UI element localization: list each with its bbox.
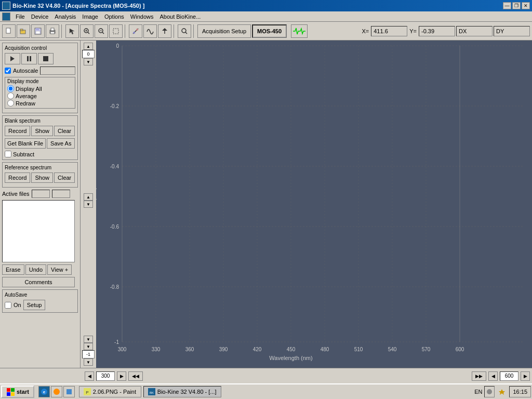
minimize-button[interactable]: — — [503, 2, 511, 9]
get-blank-file-button[interactable]: Get Blank File — [5, 138, 46, 149]
nav-fast-right-button[interactable]: ▶▶ — [472, 371, 486, 381]
y-scroll-down-top[interactable]: ▼ — [84, 58, 93, 65]
svg-text:540: 540 — [388, 347, 397, 352]
mos-450-button[interactable]: MOS-450 — [252, 24, 287, 38]
redraw-label: Redraw — [16, 100, 35, 107]
y-top-input[interactable]: 0 — [82, 50, 95, 58]
autosave-setup-button[interactable]: Setup — [23, 300, 46, 310]
toolbar-measure[interactable] — [129, 24, 142, 38]
y-scroll-down-bot[interactable]: ▼ — [84, 336, 93, 343]
quicklaunch-3[interactable] — [63, 386, 75, 397]
nav-end-left-button[interactable]: ◀ — [488, 371, 498, 381]
active-files-box2 — [52, 190, 70, 198]
autosave-on-label: On — [14, 302, 21, 308]
pause-button[interactable] — [21, 53, 37, 64]
radio-average[interactable] — [7, 92, 14, 99]
nav-start-input[interactable] — [96, 371, 115, 381]
toolbar-magnify[interactable] — [178, 24, 191, 38]
signal-button[interactable] — [291, 24, 308, 38]
svg-rect-68 — [7, 392, 10, 396]
comments-button[interactable]: Comments — [2, 277, 75, 287]
active-files-box1 — [32, 190, 50, 198]
stop-button[interactable] — [38, 53, 54, 64]
toolbar-save[interactable] — [31, 24, 45, 38]
autoscale-value-box — [40, 66, 75, 75]
nav-end-input[interactable] — [500, 371, 518, 381]
close-button[interactable]: ✕ — [522, 2, 530, 9]
svg-line-25 — [185, 32, 187, 34]
restore-button[interactable]: ❐ — [512, 2, 521, 9]
svg-point-78 — [487, 389, 492, 394]
toolbar-zoom[interactable] — [80, 24, 94, 38]
save-as-button[interactable]: Save As — [47, 138, 75, 149]
undo-button[interactable]: Undo — [25, 264, 46, 275]
quicklaunch-2[interactable] — [51, 386, 62, 397]
nav-left-button[interactable]: ◀ — [85, 371, 94, 381]
acquisition-control-group: Acquisition control Autoscale Display mo… — [2, 43, 78, 113]
menu-bar: File Device Analysis Image Options Windo… — [0, 11, 532, 22]
toolbar-open[interactable] — [17, 24, 30, 38]
erase-button[interactable]: Erase — [2, 264, 24, 275]
radio-display-all[interactable] — [7, 85, 14, 92]
menu-windows[interactable]: Windows — [127, 11, 157, 21]
toolbar-select[interactable] — [109, 24, 123, 38]
start-label: start — [17, 389, 29, 395]
y-scroll-up-mid[interactable]: ▲ — [84, 193, 93, 201]
svg-line-16 — [102, 32, 104, 34]
nav-fast-left-button[interactable]: ◀◀ — [128, 371, 143, 381]
menu-options[interactable]: Options — [101, 11, 127, 21]
menu-about[interactable]: About BioKine... — [156, 11, 204, 21]
nav-end-right-button[interactable]: ▶ — [521, 371, 530, 381]
play-button[interactable] — [5, 53, 20, 64]
menu-device[interactable]: Device — [28, 11, 52, 21]
toolbar-cursor[interactable] — [65, 24, 79, 38]
taskbar-biokine[interactable]: BK Bio-Kine 32 V4.80 - [...] — [143, 386, 221, 397]
ref-show-button[interactable]: Show — [31, 172, 53, 183]
autosave-on-checkbox[interactable] — [5, 302, 11, 309]
left-panel: Acquisition control Autoscale Display mo… — [0, 41, 81, 368]
svg-marker-10 — [70, 29, 74, 34]
y-scroll-up-top[interactable]: ▲ — [84, 43, 93, 50]
blank-record-button[interactable]: Record — [5, 126, 30, 136]
ref-clear-button[interactable]: Clear — [54, 172, 75, 183]
autoscale-label: Autoscale — [13, 68, 38, 74]
menu-image[interactable]: Image — [79, 11, 101, 21]
svg-rect-31 — [96, 41, 532, 368]
blank-clear-button[interactable]: Clear — [54, 126, 75, 136]
svg-text:-0.2: -0.2 — [110, 103, 119, 109]
y-scroll-down-last[interactable]: ▼ — [84, 358, 93, 366]
nav-right-button[interactable]: ▶ — [117, 371, 126, 381]
window-title: Bio-Kine 32 V4.80 - [Acquire Spectra (MO… — [12, 3, 503, 9]
taskbar-paint[interactable]: P 2.06.PNG - Paint — [79, 386, 141, 397]
y-scroll-down-bot2[interactable]: ▼ — [84, 343, 93, 350]
taskbar: start e P 2.06.PNG - Paint BK Bio-Kine 3… — [0, 383, 532, 399]
toolbar-new[interactable] — [2, 24, 16, 38]
blank-spectrum-group: Blank spectrum Record Show Clear Get Bla… — [2, 115, 78, 160]
toolbar-wave[interactable] — [143, 24, 157, 38]
subtract-checkbox[interactable] — [5, 151, 11, 157]
ref-record-button[interactable]: Record — [5, 172, 30, 183]
y-scroll-down-mid[interactable]: ▼ — [84, 201, 93, 208]
toolbar: Acquisition Setup MOS-450 X= 411.6 Y= -0… — [0, 22, 532, 41]
subtract-label: Subtract — [13, 151, 34, 157]
quicklaunch-1[interactable]: e — [38, 386, 50, 397]
autosave-title: AutoSave — [5, 292, 75, 298]
view-plus-button[interactable]: View + — [47, 264, 72, 275]
autoscale-checkbox[interactable] — [5, 68, 11, 74]
toolbar-print[interactable] — [46, 24, 59, 38]
y-bottom-input[interactable]: -1 — [82, 350, 95, 358]
radio-redraw[interactable] — [7, 100, 14, 107]
blank-show-button[interactable]: Show — [31, 126, 53, 136]
acquisition-setup-button[interactable]: Acquisition Setup — [197, 24, 251, 38]
svg-point-24 — [182, 29, 186, 33]
menu-file[interactable]: File — [12, 11, 28, 21]
toolbar-arrow[interactable] — [158, 24, 171, 38]
toolbar-sep-4 — [193, 24, 195, 38]
svg-rect-5 — [36, 28, 39, 30]
plot-svg: Fluorescence (Volt) 0 -0.2 -0.4 — [96, 41, 532, 368]
menu-analysis[interactable]: Analysis — [51, 11, 79, 21]
file-list[interactable] — [2, 200, 75, 262]
toolbar-zoom2[interactable] — [95, 24, 108, 38]
start-button[interactable]: start — [1, 385, 34, 398]
svg-point-72 — [54, 389, 60, 395]
